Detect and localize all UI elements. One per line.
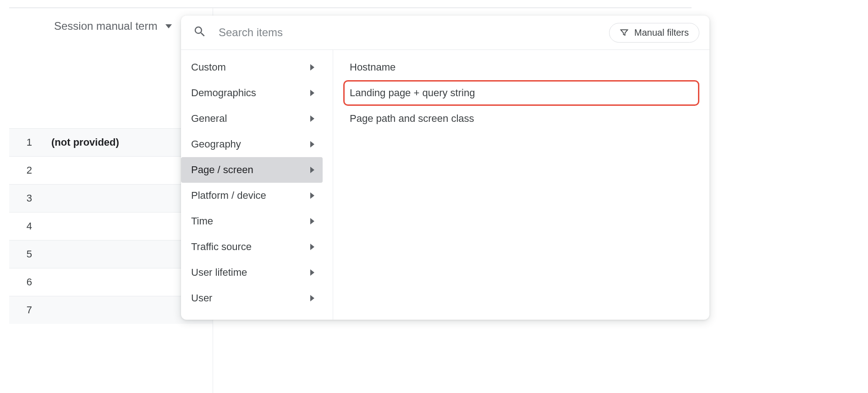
dimension-picker-popup: Manual filters CustomDemographicsGeneral… [181, 16, 709, 320]
chevron-right-icon [310, 295, 314, 301]
category-label: User lifetime [191, 267, 247, 278]
row-number: 2 [23, 164, 32, 176]
sub-dimension-item[interactable]: Hostname [343, 55, 699, 80]
chevron-right-icon [310, 269, 314, 276]
filter-icon [620, 28, 629, 37]
popup-header: Manual filters [181, 16, 709, 50]
row-number: 3 [23, 192, 32, 204]
category-label: Traffic source [191, 241, 252, 253]
chevron-down-icon [165, 24, 172, 28]
category-item[interactable]: Platform / device [181, 183, 323, 208]
category-item[interactable]: Custom [181, 55, 323, 80]
chevron-right-icon [310, 244, 314, 250]
sub-dimension-item[interactable]: Landing page + query string [343, 80, 699, 106]
row-number: 4 [23, 220, 32, 232]
category-item[interactable]: User lifetime [181, 260, 323, 285]
search-icon [193, 25, 207, 41]
header-divider [9, 7, 692, 8]
category-item[interactable]: Geography [181, 131, 323, 157]
row-value: (not provided) [51, 136, 119, 148]
chevron-right-icon [310, 218, 314, 224]
category-label: Platform / device [191, 190, 266, 202]
filters-label: Manual filters [634, 27, 689, 38]
chevron-right-icon [310, 167, 314, 173]
row-number: 7 [23, 304, 32, 316]
popup-body: CustomDemographicsGeneralGeographyPage /… [181, 50, 709, 320]
chevron-right-icon [310, 115, 314, 122]
row-number: 5 [23, 248, 32, 260]
row-number: 1 [23, 136, 32, 148]
category-label: User [191, 292, 212, 304]
category-list: CustomDemographicsGeneralGeographyPage /… [181, 50, 333, 320]
search-input[interactable] [219, 26, 597, 39]
category-item[interactable]: Traffic source [181, 234, 323, 260]
category-item[interactable]: User [181, 285, 323, 311]
category-item[interactable]: General [181, 106, 323, 131]
sub-dimension-list: HostnameLanding page + query stringPage … [333, 50, 709, 320]
sub-dimension-item[interactable]: Page path and screen class [343, 106, 699, 131]
chevron-right-icon [310, 192, 314, 199]
category-item[interactable]: Time [181, 208, 323, 234]
category-item[interactable]: Page / screen [181, 157, 323, 183]
chevron-right-icon [310, 141, 314, 147]
dimension-label: Session manual term [54, 20, 157, 33]
chevron-right-icon [310, 90, 314, 96]
category-label: Custom [191, 61, 226, 73]
category-label: Time [191, 215, 213, 227]
manual-filters-button[interactable]: Manual filters [609, 23, 699, 43]
category-label: Geography [191, 138, 241, 150]
category-label: Page / screen [191, 164, 253, 176]
chevron-right-icon [310, 64, 314, 71]
category-item[interactable]: Demographics [181, 80, 323, 106]
category-label: General [191, 113, 227, 125]
category-label: Demographics [191, 87, 256, 99]
row-number: 6 [23, 276, 32, 288]
dimension-dropdown[interactable]: Session manual term [54, 20, 172, 33]
